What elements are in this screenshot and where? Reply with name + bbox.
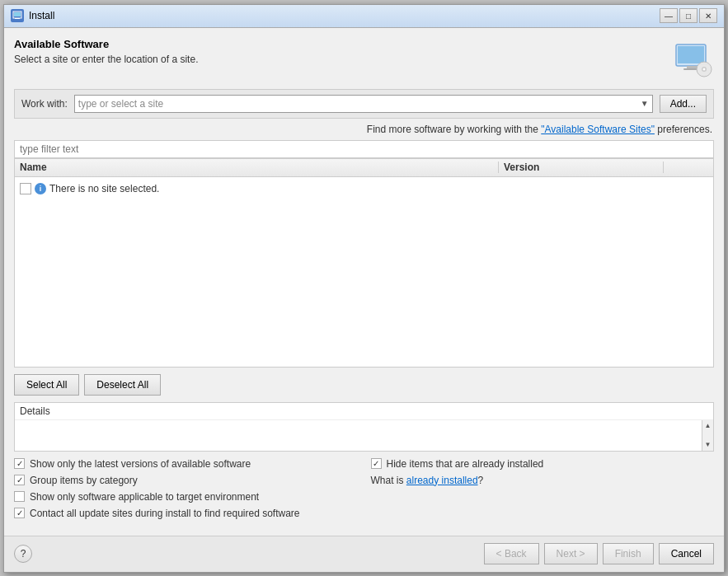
option-group-by-category: Group items by category — [14, 475, 358, 486]
group-by-category-label: Group items by category — [30, 475, 138, 486]
options-section: Show only the latest versions of availab… — [14, 458, 714, 519]
hide-installed-label: Hide items that are already installed — [387, 458, 544, 470]
info-icon: i — [35, 183, 46, 194]
close-button[interactable]: ✕ — [699, 8, 717, 23]
cancel-button[interactable]: Cancel — [659, 543, 714, 564]
header-section: Available Software Select a site or ente… — [14, 38, 714, 81]
software-table: Name Version i There is no site selected… — [14, 158, 714, 368]
header-text: Available Software Select a site or ente… — [14, 38, 671, 65]
group-by-category-checkbox[interactable] — [14, 475, 25, 485]
site-combo-text: type or select a site — [78, 98, 163, 110]
options-left: Show only the latest versions of availab… — [14, 458, 358, 519]
scroll-up-icon[interactable]: ▲ — [702, 420, 714, 432]
sites-prefix: Find more software by working with the — [367, 124, 541, 135]
row-checkbox[interactable] — [20, 183, 31, 194]
details-label: Details — [15, 403, 713, 420]
column-name: Name — [15, 162, 499, 173]
filter-input[interactable] — [14, 140, 714, 158]
hide-installed-checkbox[interactable] — [371, 458, 382, 469]
maximize-button[interactable]: □ — [679, 8, 697, 23]
site-combo[interactable]: type or select a site ▼ — [74, 95, 653, 113]
contact-update-sites-checkbox[interactable] — [14, 508, 25, 518]
footer-left: ? — [14, 545, 32, 563]
option-latest-versions: Show only the latest versions of availab… — [14, 458, 358, 470]
footer: ? < Back Next > Finish Cancel — [4, 536, 724, 572]
work-with-row: Work with: type or select a site ▼ Add..… — [14, 89, 714, 119]
window-controls: — □ ✕ — [660, 8, 717, 23]
deselect-all-button[interactable]: Deselect All — [84, 374, 161, 396]
next-button[interactable]: Next > — [544, 543, 598, 564]
table-header: Name Version — [15, 159, 713, 177]
page-title: Available Software — [14, 38, 671, 50]
latest-versions-label: Show only the latest versions of availab… — [30, 458, 251, 470]
option-hide-installed: Hide items that are already installed — [371, 458, 715, 470]
svg-rect-4 — [678, 46, 704, 63]
details-body: ▲ ▼ — [15, 420, 713, 451]
table-body: i There is no site selected. — [15, 177, 713, 200]
latest-versions-checkbox[interactable] — [14, 458, 25, 469]
back-button[interactable]: < Back — [484, 543, 539, 564]
combo-arrow-icon: ▼ — [641, 99, 649, 108]
details-scrollbar: ▲ ▼ — [702, 420, 713, 451]
install-window: Install — □ ✕ Available Software Select … — [3, 4, 725, 573]
svg-rect-2 — [15, 18, 20, 19]
svg-rect-1 — [14, 12, 21, 16]
contact-update-sites-label: Contact all update sites during install … — [30, 508, 300, 519]
available-software-sites-link[interactable]: "Available Software Sites" — [541, 124, 655, 135]
target-environment-label: Show only software applicable to target … — [30, 491, 259, 503]
work-with-label: Work with: — [21, 98, 68, 110]
title-bar: Install — □ ✕ — [4, 5, 724, 28]
help-button[interactable]: ? — [14, 545, 32, 563]
details-section: Details ▲ ▼ — [14, 402, 714, 452]
already-installed-prefix: What is already installed? — [371, 475, 484, 486]
software-sites-row: Find more software by working with the "… — [14, 124, 714, 135]
finish-button[interactable]: Finish — [603, 543, 654, 564]
select-all-button[interactable]: Select All — [14, 374, 79, 396]
minimize-button[interactable]: — — [660, 8, 678, 23]
already-installed-link[interactable]: already installed — [406, 475, 478, 486]
footer-buttons: < Back Next > Finish Cancel — [484, 543, 714, 564]
main-content: Available Software Select a site or ente… — [4, 28, 724, 536]
column-version: Version — [499, 162, 664, 173]
header-icon — [671, 38, 714, 81]
page-subtitle: Select a site or enter the location of a… — [14, 54, 671, 65]
options-right: Hide items that are already installed Wh… — [371, 458, 715, 519]
option-target-environment: Show only software applicable to target … — [14, 491, 358, 503]
target-environment-checkbox[interactable] — [14, 491, 25, 502]
option-already-installed: What is already installed? — [371, 475, 715, 486]
row-message: There is no site selected. — [49, 183, 159, 194]
add-button[interactable]: Add... — [660, 95, 707, 113]
option-contact-update-sites: Contact all update sites during install … — [14, 508, 358, 519]
scroll-down-icon[interactable]: ▼ — [702, 439, 714, 451]
table-row: i There is no site selected. — [15, 180, 713, 197]
selection-buttons: Select All Deselect All — [14, 368, 714, 402]
window-title: Install — [29, 10, 660, 21]
svg-point-9 — [703, 68, 706, 70]
sites-suffix: preferences. — [655, 124, 712, 135]
window-icon — [11, 9, 24, 22]
